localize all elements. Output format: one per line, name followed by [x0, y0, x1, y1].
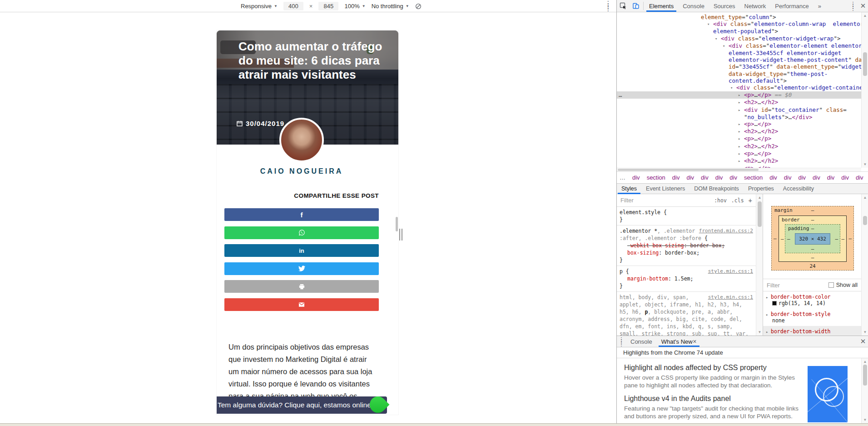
tree-row[interactable]: elementor-widget-theme-post-content" dat… [617, 56, 861, 63]
computed-property-row[interactable]: ▸border-bottom-colorrgb(15, 14, 14) [763, 291, 861, 309]
collapse-arrow-icon[interactable]: ▸ [738, 143, 744, 150]
computed-property-row[interactable]: ▸border-bottom-stylenone [763, 309, 861, 326]
css-rule[interactable]: element.style {} [617, 207, 756, 226]
tree-row[interactable]: ▸<div id="toc_container" class= [617, 106, 861, 114]
breadcrumb-item[interactable]: section [647, 174, 665, 181]
new-style-rule-button[interactable]: + [749, 197, 752, 204]
computed-property-row[interactable]: ▸border-bottom-width [763, 326, 861, 336]
tab-event-listeners[interactable]: Event Listeners [641, 184, 689, 194]
breadcrumb-item[interactable]: div [827, 174, 835, 181]
tree-row[interactable]: ▾<div class="elementor-widget-wrap"> [617, 35, 861, 42]
viewport-height-input[interactable]: 845 [318, 2, 338, 10]
page-scrollbar[interactable] [396, 217, 398, 244]
tree-row[interactable]: data-widget_type="theme-post- [617, 70, 861, 77]
tree-row[interactable]: "no_bullets">…</div> [617, 114, 861, 120]
tree-row[interactable]: …▸<p>…</p> == $0 [617, 91, 861, 99]
box-model-content[interactable]: 320 × 432 [795, 233, 830, 245]
expand-arrow-icon[interactable]: ▾ [707, 21, 713, 28]
zoom-select[interactable]: 100% ▼ [344, 3, 365, 10]
show-all-checkbox[interactable]: Show all [828, 282, 858, 288]
expand-arrow-icon[interactable]: ▾ [723, 43, 729, 50]
styles-filter-input[interactable]: Filter [620, 197, 709, 204]
scroll-down-icon[interactable]: ▼ [862, 330, 868, 334]
breadcrumb-item[interactable]: div [715, 174, 723, 181]
computed-filter-input[interactable]: Filter [767, 282, 828, 289]
device-type-select[interactable]: Responsive ▼ [241, 3, 278, 10]
breadcrumb-item[interactable]: div [701, 174, 709, 181]
devtools-menu-icon[interactable]: ⋮⋮⋮ [848, 3, 858, 10]
tab-properties[interactable]: Properties [744, 184, 779, 194]
tab-styles[interactable]: Styles [617, 184, 641, 194]
resize-handle-right[interactable] [399, 229, 402, 241]
tree-row[interactable]: element-populated"> [617, 28, 861, 35]
breadcrumb-item[interactable]: div [769, 174, 777, 181]
tree-row[interactable]: ▸<h2>…</h2> [617, 99, 861, 106]
breadcrumb-item[interactable]: … [620, 174, 625, 181]
css-rule[interactable]: style.min.css:1html, body, div, span, ap… [617, 292, 756, 336]
share-button-twitter[interactable] [224, 262, 379, 275]
collapse-arrow-icon[interactable]: ▸ [738, 121, 744, 128]
close-drawer-icon[interactable]: ✕ [858, 337, 868, 346]
scroll-down-icon[interactable]: ▼ [862, 418, 868, 422]
share-button-whatsapp[interactable] [224, 226, 379, 239]
more-tabs-button[interactable]: » [813, 0, 826, 12]
tree-row[interactable]: ▾<div class="elementor-element elementor… [617, 42, 861, 50]
tree-row[interactable]: ▸<h2>…</h2> [617, 128, 861, 135]
drawer-tab-what's-new[interactable]: What's New ✕ [657, 336, 701, 347]
tree-row[interactable]: ▸<p>…</p> [617, 135, 861, 142]
scroll-down-icon[interactable]: ▼ [756, 330, 763, 334]
collapse-arrow-icon[interactable]: ▸ [738, 158, 744, 165]
expand-arrow-icon[interactable]: ▾ [730, 85, 736, 91]
elements-vertical-scrollbar[interactable]: ▲ ▼ [861, 12, 868, 168]
css-rule[interactable]: style.min.css:1p {margin-bottom: 1.5em;} [617, 266, 756, 292]
tab-sources[interactable]: Sources [709, 0, 740, 12]
viewport-width-input[interactable]: 400 [283, 2, 303, 10]
throttling-select[interactable]: No throttling ▼ [372, 3, 409, 10]
tree-row[interactable]: id="33e455cf" data-element_type="widget" [617, 63, 861, 70]
breadcrumb-item[interactable]: div [856, 174, 863, 181]
share-button-print[interactable] [224, 280, 379, 293]
device-toolbar-menu-icon[interactable]: ⋮⋮⋮ [605, 2, 611, 10]
scroll-up-icon[interactable]: ▲ [862, 14, 868, 18]
tab-console[interactable]: Console [678, 0, 709, 12]
box-model-border[interactable]: border – – – – padding – – – – 320 × 432 [779, 216, 847, 262]
tree-row[interactable]: ▸<p>…</p> [617, 120, 861, 128]
tree-row[interactable]: element_type="column"> [617, 14, 861, 20]
scroll-up-icon[interactable]: ▲ [756, 195, 763, 200]
breadcrumb-item[interactable]: section [744, 174, 763, 181]
toggle-hover-state-button[interactable]: :hov [714, 197, 727, 204]
chat-widget[interactable]: Tem alguma dúvida? Clique aqui, estamos … [217, 396, 387, 414]
breadcrumb-item[interactable]: div [729, 174, 737, 181]
stylesheet-link[interactable]: style.min.css:1 [708, 268, 753, 275]
drawer-tab-console[interactable]: Console [626, 336, 657, 347]
drawer-menu-icon[interactable]: ⋮⋮⋮ [617, 338, 626, 345]
share-button-email[interactable] [224, 298, 379, 311]
breadcrumb-item[interactable]: div [813, 174, 820, 181]
tab-performance[interactable]: Performance [770, 0, 813, 12]
breadcrumb-item[interactable]: div [798, 174, 806, 181]
stylesheet-link[interactable]: style.min.css:1 [708, 294, 753, 301]
collapse-arrow-icon[interactable]: ▸ [738, 135, 744, 142]
css-rule[interactable]: frontend.min.css:2.elementor *, .element… [617, 226, 756, 266]
tab-elements[interactable]: Elements [645, 0, 678, 12]
share-button-facebook[interactable]: f [224, 208, 379, 221]
tree-row[interactable]: ▸<h2>…</h2> [617, 143, 861, 150]
tab-dom-breakpoints[interactable]: DOM Breakpoints [689, 184, 744, 194]
tree-row[interactable]: ▸<h2>…</h2> [617, 157, 861, 165]
breadcrumb-item[interactable]: div [686, 174, 694, 181]
collapse-arrow-icon[interactable]: ▸ [738, 150, 744, 157]
close-devtools-icon[interactable]: ✕ [858, 2, 868, 10]
stylesheet-link[interactable]: frontend.min.css:2 [699, 227, 753, 235]
computed-scrollbar[interactable]: ▲ ▼ [861, 194, 868, 336]
tree-row[interactable]: ▸<p>…</p> [617, 150, 861, 157]
breadcrumb-item[interactable]: div [784, 174, 792, 181]
scroll-up-icon[interactable]: ▲ [862, 360, 868, 364]
box-model-margin[interactable]: margin – 24 – – border – – – – padding –… [771, 206, 854, 271]
device-toolbar-toggle-icon[interactable] [630, 0, 642, 12]
scroll-up-icon[interactable]: ▲ [862, 195, 868, 200]
elements-horizontal-scrollbar[interactable] [617, 168, 861, 171]
box-model-padding[interactable]: padding – – – – 320 × 432 [785, 224, 840, 253]
collapse-arrow-icon[interactable]: ▸ [738, 107, 744, 114]
inspect-element-icon[interactable] [617, 0, 630, 12]
close-tab-icon[interactable]: ✕ [693, 339, 697, 345]
